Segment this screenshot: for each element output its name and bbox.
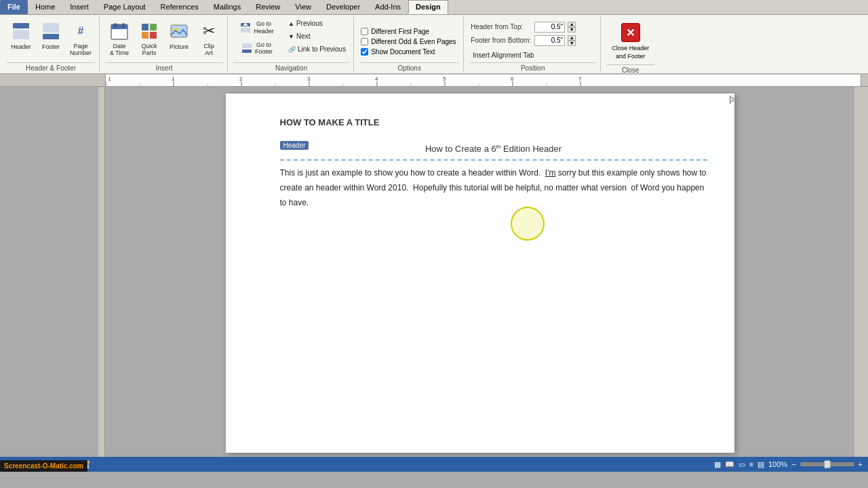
- clip-art-btn[interactable]: ✂ ClipArt: [195, 18, 223, 59]
- ribbon-options-content: Different First Page Different Odd & Eve…: [359, 18, 459, 61]
- goto-footer-label: Go toFooter: [255, 41, 273, 56]
- options-group-label: Options: [359, 62, 459, 72]
- header-top-up[interactable]: ▲: [568, 22, 576, 27]
- close-header-footer-label: Close Headerand Footer: [612, 45, 649, 60]
- ribbon-insert-content: Date& Time QuickParts Picture ✂ ClipArt: [105, 18, 223, 61]
- view-draft-icon[interactable]: ▤: [757, 460, 764, 469]
- tab-references[interactable]: References: [153, 0, 206, 14]
- svg-rect-3: [43, 34, 59, 39]
- cursor-highlight: [511, 207, 545, 241]
- tab-page-layout[interactable]: Page Layout: [96, 0, 153, 14]
- page-number-btn[interactable]: # PageNumber: [66, 18, 95, 59]
- footer-bottom-spinners: ▲ ▼: [568, 35, 576, 46]
- screencast-logo: Screencast-O-Matic.com: [0, 460, 87, 472]
- ribbon-group-navigation: Go toHeader Go toFooter ▲ Previous ▼ Nex: [229, 16, 354, 72]
- svg-rect-8: [142, 24, 149, 30]
- footer-btn[interactable]: Footer: [37, 18, 65, 52]
- ribbon-group-close: ✕ Close Headerand Footer Close: [602, 16, 658, 72]
- tab-home[interactable]: Home: [28, 0, 62, 14]
- ribbon-group-insert: Date& Time QuickParts Picture ✂ ClipArt …: [101, 16, 228, 72]
- zoom-out-btn[interactable]: −: [791, 460, 795, 468]
- close-header-footer-btn[interactable]: ✕: [621, 23, 640, 42]
- header-text[interactable]: How to Create a 6th Edition Header: [280, 141, 707, 154]
- document-body[interactable]: This is just an example to show you how …: [280, 166, 707, 210]
- tab-file[interactable]: File: [0, 0, 28, 14]
- show-doc-text-label: Show Document Text: [371, 48, 435, 56]
- document-title: HOW TO MAKE A TITLE: [280, 117, 707, 127]
- main-area: 1 2 3 4 5 HOW TO MAKE A TITLE þ Header H…: [0, 87, 868, 457]
- header-btn-label: Header: [11, 43, 31, 50]
- page-container: HOW TO MAKE A TITLE þ Header How to Crea…: [105, 87, 854, 457]
- goto-header-btn[interactable]: Go toHeader: [233, 18, 281, 37]
- show-doc-text-checkbox[interactable]: [361, 48, 368, 56]
- tab-view[interactable]: View: [288, 0, 319, 14]
- zoom-in-btn[interactable]: +: [859, 460, 863, 468]
- header-from-top-input[interactable]: [534, 22, 565, 33]
- quick-parts-btn[interactable]: QuickParts: [135, 18, 163, 59]
- zoom-level: 100%: [768, 460, 787, 468]
- svg-text:5: 5: [443, 76, 446, 82]
- goto-footer-btn[interactable]: Go toFooter: [233, 39, 281, 58]
- diff-first-page-row[interactable]: Different First Page: [359, 27, 431, 36]
- next-btn[interactable]: ▼ Next: [285, 30, 349, 42]
- tab-design[interactable]: Design: [408, 0, 448, 14]
- date-time-btn[interactable]: Date& Time: [105, 18, 134, 59]
- previous-label: Previous: [296, 20, 323, 27]
- footer-bottom-up[interactable]: ▲: [568, 35, 576, 41]
- diff-odd-even-checkbox[interactable]: [361, 38, 368, 45]
- show-doc-text-row[interactable]: Show Document Text: [359, 47, 436, 56]
- zoom-slider-thumb[interactable]: [824, 460, 831, 468]
- footer-from-bottom-input[interactable]: [534, 35, 565, 46]
- svg-text:1: 1: [108, 76, 111, 82]
- footer-bottom-down[interactable]: ▼: [568, 41, 576, 46]
- svg-text:2: 2: [239, 76, 243, 82]
- footer-btn-label: Footer: [42, 43, 60, 50]
- diff-odd-even-row[interactable]: Different Odd & Even Pages: [359, 37, 457, 46]
- tab-review[interactable]: Review: [248, 0, 288, 14]
- previous-btn[interactable]: ▲ Previous: [285, 18, 349, 29]
- svg-rect-2: [43, 23, 59, 33]
- footer-icon: [40, 20, 62, 42]
- ribbon-group-options: Different First Page Different Odd & Eve…: [355, 16, 464, 72]
- footer-from-bottom-row: Footer from Bottom: ▲ ▼: [469, 35, 577, 47]
- header-icon: [10, 20, 32, 42]
- close-group-label: Close: [606, 64, 654, 74]
- ribbon-tabs: File Home Insert Page Layout References …: [0, 0, 868, 15]
- tab-mailings[interactable]: Mailings: [206, 0, 248, 14]
- diff-first-page-checkbox[interactable]: [361, 28, 368, 35]
- picture-btn[interactable]: Picture: [165, 18, 193, 52]
- view-outline-icon[interactable]: ≡: [749, 460, 753, 468]
- ribbon-group-content: Header Footer # PageNumber: [7, 18, 95, 61]
- tab-addins[interactable]: Add-Ins: [368, 0, 408, 14]
- view-reading-icon[interactable]: 📖: [725, 460, 734, 469]
- link-to-previous-btn[interactable]: 🔗 Link to Previous: [285, 43, 349, 55]
- ribbon-position-content: Header from Top: ▲ ▼ Footer from Bottom:…: [469, 18, 596, 61]
- body-area: This is just an example to show you how …: [280, 166, 707, 210]
- ribbon-group-header-footer: Header Footer # PageNumber Header & Foot…: [3, 16, 100, 72]
- header-label-badge: Header: [280, 141, 309, 150]
- ruler-right: [861, 75, 868, 86]
- tab-developer[interactable]: Developer: [319, 0, 368, 14]
- ribbon-nav-content: Go toHeader Go toFooter ▲ Previous ▼ Nex: [233, 18, 349, 61]
- header-footer-group-label: Header & Footer: [7, 62, 95, 72]
- status-bar-right: ▦ 📖 ▭ ≡ ▤ 100% − +: [714, 460, 863, 469]
- goto-footer-icon: [241, 43, 252, 54]
- status-bar: Page: 2 Words: 68 📝 ▦ 📖 ▭ ≡ ▤ 100% − + S…: [0, 457, 868, 472]
- header-from-top-label: Header from Top:: [471, 23, 532, 30]
- header-btn[interactable]: Header: [7, 18, 35, 52]
- header-top-down[interactable]: ▼: [568, 27, 576, 33]
- svg-text:6: 6: [511, 76, 514, 82]
- insert-alignment-tab-btn[interactable]: Insert Alignment Tab: [469, 49, 537, 61]
- diff-odd-even-label: Different Odd & Even Pages: [371, 38, 456, 45]
- svg-rect-18: [242, 49, 252, 53]
- underline-word: I'm: [545, 168, 556, 178]
- right-scrollbar[interactable]: [854, 87, 868, 457]
- zoom-slider[interactable]: [800, 462, 854, 466]
- picture-label: Picture: [170, 43, 189, 50]
- link-previous-label: Link to Previous: [298, 45, 346, 53]
- view-normal-icon[interactable]: ▦: [714, 460, 721, 469]
- quick-parts-label: QuickParts: [142, 43, 157, 57]
- view-page-icon[interactable]: ▭: [738, 460, 745, 469]
- tab-insert[interactable]: Insert: [62, 0, 96, 14]
- svg-text:4: 4: [375, 76, 378, 82]
